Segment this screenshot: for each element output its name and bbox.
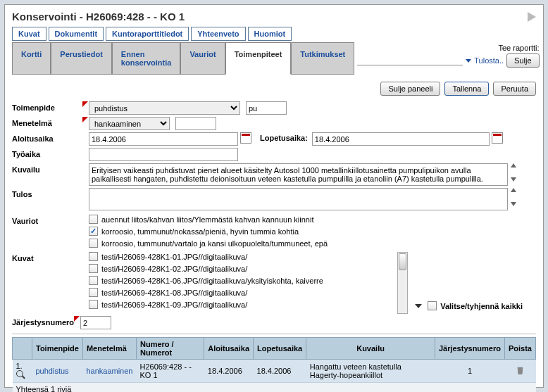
report-select[interactable] — [357, 56, 463, 65]
vaurio-item[interactable]: korroosio, tummunut/vartalo ja kansi ulk… — [89, 239, 328, 248]
tab-kortti[interactable]: Kortti — [12, 42, 51, 75]
menetelma-short-input[interactable] — [175, 117, 216, 130]
close-button[interactable]: Sulje — [506, 53, 539, 68]
select-all-checkbox[interactable] — [428, 301, 437, 310]
th-lopetus[interactable]: Lopetusaika — [254, 338, 306, 360]
magnify-icon[interactable] — [16, 370, 25, 379]
tab-vauriot[interactable]: Vauriot — [180, 42, 225, 75]
th-aloitus[interactable]: Aloitusaika — [204, 338, 254, 360]
checkbox-icon[interactable] — [89, 252, 98, 261]
panel-buttons: Sulje paneeli Tallenna Peruuta — [12, 82, 536, 96]
lopetusaika-input[interactable] — [312, 132, 490, 146]
vaurio-item[interactable]: korroosio, tummunut/nokassa/pieniä, hyvi… — [89, 227, 328, 236]
th-poista[interactable]: Poista — [504, 338, 535, 360]
kuvailu-label: Kuvailu — [12, 163, 82, 174]
calendar-icon[interactable] — [240, 132, 251, 144]
tyoaika-input[interactable] — [89, 148, 238, 161]
scrollbar[interactable] — [397, 252, 408, 314]
kuva-item[interactable]: testi/H26069-428K1-02.JPG//digitaalikuva… — [89, 264, 392, 273]
th-kuvailu[interactable]: Kuvailu — [306, 338, 435, 360]
tab-row-2: Kortti Perustiedot Ennen konservointia V… — [12, 42, 536, 75]
cell-toimenpide[interactable]: puhdistus — [36, 367, 69, 375]
kuva-item[interactable]: testi/H26069-428K1-08.JPG//digitaalikuva… — [89, 288, 392, 297]
tab-dokumentit[interactable]: Dokumentit — [49, 27, 104, 41]
trash-icon[interactable] — [516, 366, 524, 374]
checkbox-icon[interactable] — [89, 264, 98, 273]
aloitusaika-input[interactable] — [89, 132, 238, 146]
print-link[interactable]: Tulosta.. — [474, 56, 504, 65]
kuva-item[interactable]: testi/H26069-428K1-09.JPG//digitaalikuva… — [89, 300, 392, 309]
tab-kuvat[interactable]: Kuvat — [12, 27, 46, 41]
toimenpide-label: Toimenpide — [12, 101, 82, 112]
checkbox-checked-icon[interactable] — [89, 227, 98, 236]
tab-perustiedot[interactable]: Perustiedot — [51, 42, 112, 75]
table-row[interactable]: 1. puhdistus hankaaminen H26069:428 - - … — [13, 360, 536, 383]
cancel-button[interactable]: Peruuta — [493, 82, 536, 96]
forward-arrow-icon[interactable] — [528, 12, 536, 22]
toimenpide-select[interactable]: puhdistus — [89, 101, 240, 115]
select-all-label: Valitse/tyhjennä kaikki — [440, 302, 523, 310]
checkbox-icon[interactable] — [89, 239, 98, 248]
checkbox-icon[interactable] — [89, 276, 98, 285]
tulos-textarea[interactable] — [89, 188, 508, 210]
kuvat-label: Kuvat — [12, 252, 82, 263]
th-menetelma[interactable]: Menetelmä — [82, 338, 136, 360]
jarjestys-input[interactable] — [80, 316, 111, 329]
tab-ennen[interactable]: Ennen konservointia — [112, 42, 181, 75]
vaurio-item[interactable]: auennut liitos/kahvan liitos/Ylemmästä k… — [89, 215, 328, 224]
page-title: Konservointi - H26069:428 - - KO 1 — [12, 11, 185, 23]
toimenpide-short-input[interactable] — [246, 101, 287, 115]
calendar-end-icon[interactable] — [492, 132, 503, 144]
th-jarjestys[interactable]: Järjestysnumero — [435, 338, 504, 360]
tulos-label: Tulos — [12, 188, 82, 198]
kuva-item[interactable]: testi/H26069-428K1-01.JPG//digitaalikuva… — [89, 252, 392, 261]
checkbox-icon[interactable] — [89, 215, 98, 224]
scroll-up-icon[interactable] — [511, 188, 516, 192]
tab-toimenpiteet[interactable]: Toimenpiteet — [225, 42, 292, 75]
lopetusaika-label: Lopetusaika: — [260, 134, 308, 142]
checkbox-icon[interactable] — [89, 288, 98, 297]
scroll-down-icon[interactable] — [511, 202, 516, 206]
header: Konservointi - H26069:428 - - KO 1 — [12, 11, 536, 23]
main-window: Konservointi - H26069:428 - - KO 1 Kuvat… — [4, 4, 544, 388]
menetelma-label: Menetelmä — [12, 117, 82, 127]
required-icon — [82, 101, 88, 107]
kuva-item[interactable]: testi/H26069-428K1-06.JPG//digitaalikuva… — [89, 276, 392, 285]
chevron-down-icon — [415, 304, 422, 308]
dropdown-caret-icon[interactable] — [466, 59, 471, 63]
save-button[interactable]: Tallenna — [444, 82, 489, 96]
tab-tutkimukset[interactable]: Tutkimukset — [291, 42, 354, 75]
tab-yhteenveto[interactable]: Yhteenveto — [191, 27, 245, 41]
jarjestys-label: Järjestysnumero — [12, 316, 74, 327]
table-footer: Yhteensä 1 riviä — [13, 383, 536, 393]
scrollbar-thumb[interactable] — [399, 253, 406, 270]
required-icon — [82, 117, 88, 122]
th-numero[interactable]: Numero / Numerot — [136, 338, 204, 360]
tab-row-1: Kuvat Dokumentit Kuntoraporttitiedot Yht… — [12, 27, 536, 41]
vauriot-label: Vauriot — [12, 215, 82, 225]
report-area: Tee raportti: Tulosta.. Sulje — [354, 42, 542, 75]
scroll-down-icon[interactable] — [511, 177, 516, 182]
scroll-up-icon[interactable] — [511, 163, 516, 167]
cell-menetelma[interactable]: hankaaminen — [86, 367, 132, 375]
checkbox-icon[interactable] — [89, 300, 98, 309]
th-toimenpide[interactable]: Toimenpide — [32, 338, 83, 360]
close-panel-button[interactable]: Sulje paneeli — [380, 82, 440, 96]
tab-kuntoraportti[interactable]: Kuntoraporttitiedot — [106, 27, 189, 41]
report-label: Tee raportti: — [498, 44, 539, 52]
aloitusaika-label: Aloitusaika — [12, 132, 82, 143]
tyoaika-label: Työaika — [12, 148, 82, 158]
menetelma-select[interactable]: hankaaminen — [89, 117, 170, 130]
tab-huomiot[interactable]: Huomiot — [248, 27, 292, 41]
kuvailu-textarea[interactable]: Erityisen vaikeasti puhdistuvat pienet a… — [89, 163, 508, 186]
results-table: Toimenpide Menetelmä Numero / Numerot Al… — [12, 337, 536, 392]
required-icon — [74, 316, 80, 322]
